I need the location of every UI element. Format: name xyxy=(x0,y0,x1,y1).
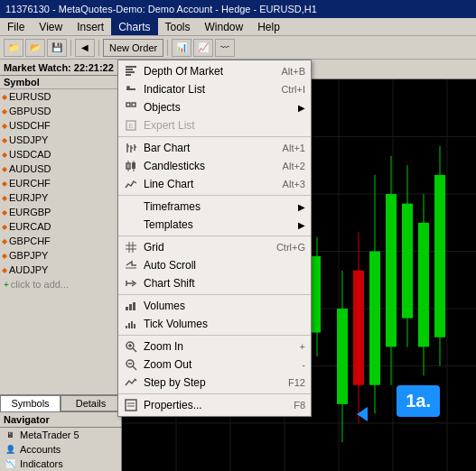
menu-item-shortcut: Alt+B xyxy=(281,66,305,77)
auto-scroll-icon xyxy=(124,258,138,272)
menu-item-objects[interactable]: Objects ▶ xyxy=(118,98,311,116)
symbol-row[interactable]: ◆ AUDJPY xyxy=(0,263,121,277)
svg-rect-65 xyxy=(133,302,135,310)
timeframes-icon xyxy=(124,199,138,214)
toolbar-chart-btn-3[interactable]: 〰 xyxy=(215,39,235,57)
menu-item-candlesticks[interactable]: Candlesticks Alt+2 xyxy=(118,157,311,175)
symbol-name: GBPJPY xyxy=(9,250,121,261)
svg-rect-37 xyxy=(126,69,133,70)
menu-item-label: Step by Step xyxy=(144,376,281,389)
symbol-row[interactable]: ◆ GBPJPY xyxy=(0,248,121,263)
symbol-row[interactable]: ◆ USDCAD xyxy=(0,147,121,162)
toolbar-chart-btn-2[interactable]: 📈 xyxy=(193,39,213,57)
svg-rect-36 xyxy=(126,66,136,68)
menu-item-expert-list[interactable]: E Expert List xyxy=(118,116,311,134)
symbol-row[interactable]: ◆ USDCHF xyxy=(0,118,121,133)
menu-item-step-by-step[interactable]: Step by Step F12 xyxy=(118,374,311,392)
toolbar-chart-btn-1[interactable]: 📊 xyxy=(172,39,191,57)
left-panel: Market Watch: 22:21:22 Symbol ◆ EURUSD ◆… xyxy=(0,60,122,471)
menu-item-auto-scroll[interactable]: Auto Scroll xyxy=(118,256,311,274)
svg-rect-21 xyxy=(434,175,445,337)
menu-item-bar-chart[interactable]: Bar Chart Alt+1 xyxy=(118,139,311,157)
symbol-col-header: Symbol xyxy=(0,76,121,88)
menu-item-line-chart[interactable]: Line Chart Alt+3 xyxy=(118,175,311,193)
menu-item-depth-of-market[interactable]: Depth Of Market Alt+B xyxy=(118,62,311,80)
menu-item-label: Properties... xyxy=(144,399,286,411)
click-to-add[interactable]: + click to add... xyxy=(0,277,121,291)
symbol-diamond-icon: ◆ xyxy=(2,151,7,159)
toolbar-btn-3[interactable]: 💾 xyxy=(47,39,67,57)
indicators-icon: 📉 xyxy=(4,457,16,470)
nav-item-indicators[interactable]: 📉 Indicators xyxy=(0,457,121,471)
symbol-row[interactable]: ◆ GBPUSD xyxy=(0,104,121,118)
menu-item-label: Grid xyxy=(144,241,269,254)
menu-item-grid[interactable]: Grid Ctrl+G xyxy=(118,238,311,256)
svg-rect-63 xyxy=(126,307,128,310)
svg-rect-68 xyxy=(131,321,133,328)
toolbar-btn-1[interactable]: 📁 xyxy=(4,39,23,57)
nav-item-accounts[interactable]: 👤 Accounts xyxy=(0,442,121,457)
symbol-diamond-icon: ◆ xyxy=(2,165,7,173)
menu-item-templates[interactable]: Templates ▶ xyxy=(118,216,311,234)
symbol-diamond-icon: ◆ xyxy=(2,266,7,274)
menu-item-timeframes[interactable]: Timeframes ▶ xyxy=(118,198,311,216)
symbol-row[interactable]: ◆ EURJPY xyxy=(0,190,121,205)
symbol-name: USDJPY xyxy=(9,134,121,145)
menu-view[interactable]: View xyxy=(32,18,70,35)
symbol-name: AUDJPY xyxy=(9,264,121,275)
menu-item-tick-volumes[interactable]: Tick Volumes xyxy=(118,315,311,333)
toolbar-btn-4[interactable]: ◀ xyxy=(75,39,95,57)
symbol-diamond-icon: ◆ xyxy=(2,180,7,188)
tick-volumes-icon xyxy=(124,317,138,331)
svg-rect-78 xyxy=(126,400,136,411)
charts-dropdown-menu: Depth Of Market Alt+B Indicator List Ctr… xyxy=(117,60,312,417)
menu-insert[interactable]: Insert xyxy=(70,18,111,35)
toolbar-sep-3 xyxy=(167,40,168,56)
menu-item-shortcut: + xyxy=(300,341,305,352)
menu-window[interactable]: Window xyxy=(198,18,251,35)
svg-line-75 xyxy=(133,366,136,370)
symbol-row[interactable]: ◆ EURUSD xyxy=(0,89,121,104)
menu-item-properties[interactable]: Properties... F8 xyxy=(118,396,311,414)
menu-section-2: Bar Chart Alt+1 Candlesticks Alt+2 Li xyxy=(118,137,311,196)
menu-item-shortcut: Alt+3 xyxy=(283,179,305,189)
symbol-row[interactable]: ◆ EURGBP xyxy=(0,205,121,219)
symbol-row[interactable]: ◆ GBPCHF xyxy=(0,234,121,248)
symbol-table: Symbol ◆ EURUSD ◆ GBPUSD ◆ USDCHF ◆ USDJ… xyxy=(0,76,121,394)
menu-item-shortcut: Alt+2 xyxy=(283,161,305,171)
menu-bar: File View Insert Charts Tools Window Hel… xyxy=(0,18,476,36)
menu-item-zoom-in[interactable]: Zoom In + xyxy=(118,337,311,356)
svg-rect-39 xyxy=(126,74,131,76)
toolbar-btn-2[interactable]: 📂 xyxy=(25,39,45,57)
menu-item-label: Objects xyxy=(144,101,298,114)
menu-charts[interactable]: Charts xyxy=(111,18,157,35)
svg-rect-64 xyxy=(129,304,132,310)
menu-item-volumes[interactable]: Volumes xyxy=(118,297,311,315)
symbol-row[interactable]: ◆ EURCHF xyxy=(0,176,121,190)
symbol-row[interactable]: ◆ USDJPY xyxy=(0,133,121,147)
symbol-row[interactable]: ◆ EURCAD xyxy=(0,219,121,234)
expert-list-icon: E xyxy=(124,118,138,133)
symbol-name: USDCAD xyxy=(9,149,121,160)
dom-icon xyxy=(124,64,138,78)
menu-item-zoom-out[interactable]: Zoom Out - xyxy=(118,356,311,374)
plus-icon: + xyxy=(4,280,9,290)
symbol-name: EURCHF xyxy=(9,178,121,189)
tab-details[interactable]: Details xyxy=(61,395,121,411)
menu-item-indicator-list[interactable]: Indicator List Ctrl+I xyxy=(118,80,311,98)
menu-file[interactable]: File xyxy=(0,18,32,35)
nav-item-metatrader5[interactable]: 🖥 MetaTrader 5 xyxy=(0,428,121,442)
symbol-row[interactable]: ◆ AUDUSD xyxy=(0,162,121,176)
menu-help[interactable]: Help xyxy=(250,18,287,35)
menu-tools[interactable]: Tools xyxy=(158,18,198,35)
symbol-diamond-icon: ◆ xyxy=(2,136,7,144)
menu-section-4: Grid Ctrl+G Auto Scroll Chart Shift xyxy=(118,236,311,295)
nav-item-label: Accounts xyxy=(20,444,61,455)
menu-item-label: Depth Of Market xyxy=(144,65,274,78)
arrow-icon: ▶ xyxy=(298,220,305,230)
menu-item-shortcut: F12 xyxy=(288,377,305,388)
symbol-diamond-icon: ◆ xyxy=(2,122,7,130)
menu-item-chart-shift[interactable]: Chart Shift xyxy=(118,274,311,292)
tab-symbols[interactable]: Symbols xyxy=(0,395,61,411)
new-order-button[interactable]: New Order xyxy=(103,39,163,57)
